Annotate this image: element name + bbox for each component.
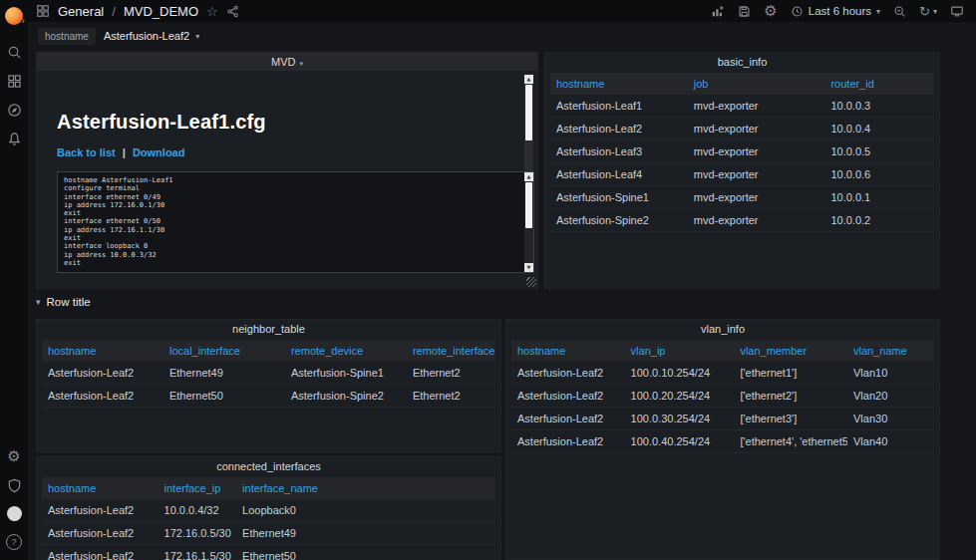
- table-cell: 10.0.0.1: [824, 186, 934, 209]
- table-cell: mvd-exporter: [688, 209, 825, 232]
- breadcrumb-folder[interactable]: General: [58, 4, 104, 19]
- table-cell: Ethernet2: [407, 385, 495, 408]
- table-cell: mvd-exporter: [688, 118, 825, 140]
- column-header-hostname[interactable]: hostname: [550, 73, 688, 95]
- help-icon[interactable]: ?: [6, 534, 22, 550]
- table-cell: Asterfusion-Leaf2: [511, 408, 625, 430]
- variable-label: hostname: [38, 28, 96, 45]
- table-row: Asterfusion-Leaf2100.0.20.254/24['ethern…: [511, 385, 934, 408]
- table-cell: Asterfusion-Leaf2: [511, 430, 625, 453]
- panel-title-mvd[interactable]: MVD▾: [37, 53, 537, 71]
- table-cell: Asterfusion-Leaf2: [511, 385, 625, 408]
- table-cell: Asterfusion-Leaf2: [42, 545, 159, 560]
- scroll-up-icon[interactable]: ▲: [524, 172, 533, 181]
- table-header-row: hostnamevlan_ipvlan_membervlan_name: [511, 340, 934, 362]
- back-to-list-link[interactable]: Back to list: [57, 146, 116, 158]
- time-caret-icon: ▾: [876, 7, 880, 16]
- column-header-vlan_ip[interactable]: vlan_ip: [625, 340, 735, 362]
- column-header-interface_ip[interactable]: interface_ip: [159, 477, 237, 499]
- explore-compass-icon[interactable]: [6, 102, 22, 118]
- column-header-local_interface[interactable]: local_interface: [163, 340, 285, 362]
- link-separator: |: [123, 146, 126, 158]
- panel-title-text: MVD: [271, 56, 295, 68]
- dashboards-icon[interactable]: [6, 73, 22, 89]
- table-row: Asterfusion-Leaf1mvd-exporter10.0.0.3: [550, 95, 934, 118]
- table-cell: Asterfusion-Leaf2: [42, 499, 159, 522]
- column-header-hostname[interactable]: hostname: [511, 340, 625, 362]
- sidebar-bottom-icons: ⚙ ?: [6, 448, 22, 550]
- table-cell: mvd-exporter: [688, 186, 825, 209]
- table-cell: 10.0.0.3: [824, 95, 934, 118]
- add-panel-icon[interactable]: [711, 4, 725, 18]
- code-scrollbar[interactable]: ▲ ▼: [524, 172, 533, 272]
- table-cell: Ethernet50: [236, 545, 495, 560]
- search-icon[interactable]: [6, 44, 22, 60]
- dashboard-settings-icon[interactable]: ⚙: [764, 4, 777, 19]
- column-header-interface_name[interactable]: interface_name: [236, 477, 495, 499]
- panel-title-vlan-info[interactable]: vlan_info: [506, 320, 939, 338]
- help-glyph: ?: [11, 537, 16, 547]
- star-icon[interactable]: ☆: [206, 5, 218, 18]
- table-cell: 100.0.30.254/24: [625, 408, 735, 430]
- table-row: Asterfusion-Leaf4mvd-exporter10.0.0.6: [550, 163, 934, 186]
- column-header-remote_device[interactable]: remote_device: [285, 340, 407, 362]
- table-row: Asterfusion-Spine1mvd-exporter10.0.0.1: [550, 186, 934, 209]
- table-cell: 10.0.0.6: [824, 163, 934, 186]
- column-header-hostname[interactable]: hostname: [42, 340, 163, 362]
- scrollbar-thumb[interactable]: [525, 182, 532, 228]
- table-row: Asterfusion-Leaf2100.0.40.254/24['ethern…: [511, 430, 934, 453]
- time-range-picker[interactable]: Last 6 hours ▾: [791, 5, 880, 18]
- alerting-bell-icon[interactable]: [6, 131, 22, 146]
- zoom-out-icon[interactable]: [893, 5, 906, 18]
- dashboard-row-toggle[interactable]: ▾ Row title: [36, 296, 91, 308]
- table-cell: 10.0.0.4: [824, 118, 934, 140]
- breadcrumb-dashboard-title[interactable]: MVD_DEMO: [124, 4, 198, 19]
- top-navbar-actions: ⚙ Last 6 hours ▾ ↻ ▾: [711, 4, 964, 19]
- refresh-icon[interactable]: ↻: [919, 5, 930, 18]
- sidebar-expand-chevron-icon[interactable]: ›: [21, 14, 25, 27]
- table-cell: Ethernet2: [407, 362, 495, 385]
- config-code-block: hostname Asterfusion-Leaf1 configure ter…: [57, 171, 534, 273]
- table-row: Asterfusion-Leaf2mvd-exporter10.0.0.4: [550, 118, 934, 140]
- table-cell: 10.0.0.2: [824, 209, 934, 232]
- configuration-gear-icon[interactable]: ⚙: [6, 448, 22, 464]
- share-icon[interactable]: [226, 5, 239, 18]
- panel-vlan-info: vlan_info hostnamevlan_ipvlan_membervlan…: [505, 319, 940, 560]
- panel-title-text: connected_interfaces: [216, 460, 321, 472]
- panel-resize-handle[interactable]: [526, 277, 536, 287]
- panel-title-basic-info[interactable]: basic_info: [545, 53, 939, 71]
- column-header-vlan_member[interactable]: vlan_member: [734, 340, 847, 362]
- column-header-vlan_name[interactable]: vlan_name: [847, 340, 934, 362]
- table-cell: Vlan20: [847, 385, 934, 408]
- table-cell: Asterfusion-Leaf3: [550, 140, 688, 163]
- table-cell: Ethernet49: [163, 362, 285, 385]
- config-code: hostname Asterfusion-Leaf1 configure ter…: [57, 171, 534, 273]
- column-header-remote_interface[interactable]: remote_interface: [407, 340, 495, 362]
- column-header-router_id[interactable]: router_id: [824, 73, 934, 95]
- server-admin-shield-icon[interactable]: [6, 477, 22, 493]
- scrollbar-thumb[interactable]: [525, 85, 532, 140]
- panel-title-text: vlan_info: [701, 323, 745, 335]
- table-cell: Vlan30: [847, 408, 934, 430]
- user-avatar[interactable]: [7, 506, 22, 521]
- panel-title-connected-interfaces[interactable]: connected_interfaces: [37, 457, 500, 475]
- vlan-info-table: hostnamevlan_ipvlan_membervlan_nameAster…: [511, 340, 934, 453]
- column-header-hostname[interactable]: hostname: [42, 477, 159, 499]
- refresh-interval-caret-icon[interactable]: ▾: [933, 7, 937, 16]
- text-panel-content: Asterfusion-Leaf1.cfg Back to list | Dow…: [37, 71, 537, 288]
- save-dashboard-icon[interactable]: [738, 5, 751, 18]
- variable-value-dropdown[interactable]: Asterfusion-Leaf2 ▾: [96, 30, 207, 42]
- panel-title-neighbor-table[interactable]: neighbor_table: [37, 320, 500, 338]
- tv-mode-icon[interactable]: [950, 4, 964, 18]
- download-link[interactable]: Download: [133, 146, 185, 158]
- table-row: Asterfusion-Leaf2Ethernet49Asterfusion-S…: [42, 362, 495, 385]
- column-header-job[interactable]: job: [688, 73, 825, 95]
- table-cell: 10.0.0.4/32: [159, 499, 237, 522]
- scroll-up-icon[interactable]: ▲: [524, 75, 533, 84]
- scroll-down-icon[interactable]: ▼: [524, 263, 533, 272]
- table-cell: 10.0.0.5: [824, 140, 934, 163]
- table-cell: ['ethernet4', 'ethernet5', 'et...: [734, 430, 847, 453]
- connected-interfaces-table: hostnameinterface_ipinterface_nameAsterf…: [42, 477, 495, 560]
- clock-icon: [791, 5, 804, 18]
- config-links: Back to list | Download: [57, 146, 515, 158]
